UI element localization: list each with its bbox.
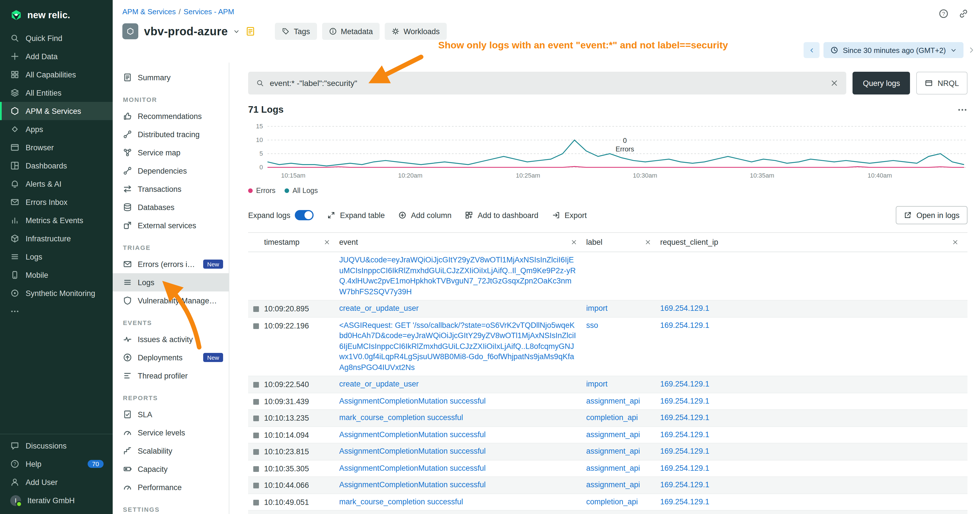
ip-link[interactable]: 169.254.129.1 [660,320,967,331]
row-checkbox[interactable] [253,306,259,312]
help-circle-icon[interactable]: ? [939,8,949,19]
sidebar-item-item[interactable] [0,302,113,320]
expand-logs-toggle[interactable]: Expand logs [248,210,314,220]
nrql-button[interactable]: NRQL [916,72,967,94]
subnav-item-issues-activity[interactable]: Issues & activity [113,330,229,349]
sidebar-item-mobile[interactable]: Mobile [0,266,113,284]
sidebar-footer-item-help[interactable]: ?Help70 [0,455,113,473]
sidebar-item-browser[interactable]: Browser [0,138,113,156]
event-link[interactable]: AssignmentCompletionMutation successful [339,480,586,490]
label-link[interactable]: assignment_api [586,480,660,490]
event-link[interactable]: mark_course_completion successful [339,413,586,423]
subnav-item-deployments[interactable]: DeploymentsNew [113,349,229,367]
sidebar-footer-item-iterativ-gmbh[interactable]: IIterativ GmbH [0,491,113,509]
event-link[interactable]: AssignmentCompletionMutation successful [339,446,586,457]
subnav-item-scalability[interactable]: Scalability [113,442,229,460]
subnav-item-capacity[interactable]: Capacity [113,460,229,478]
label-link[interactable]: completion_api [586,496,660,507]
label-link[interactable]: assignment_api [586,446,660,457]
sidebar-item-infrastructure[interactable]: Infrastructure [0,229,113,248]
row-checkbox[interactable] [253,466,259,472]
subnav-item-transactions[interactable]: Transactions [113,180,229,198]
sidebar-item-all-entities[interactable]: All Entities [0,84,113,102]
sidebar-item-metrics-events[interactable]: Metrics & Events [0,211,113,229]
favorite-star-icon[interactable] [245,26,256,37]
remove-column-icon[interactable] [324,239,330,245]
export-button[interactable]: Export [552,211,587,220]
entity-switcher-chevron-icon[interactable] [234,28,240,35]
ip-link[interactable]: 169.254.129.1 [660,413,967,423]
time-back-button[interactable] [803,42,819,58]
logs-chart[interactable]: 05101510:15am10:20am10:25am10:30am10:35a… [248,118,967,182]
row-checkbox[interactable] [253,415,259,421]
sidebar-item-apm-services[interactable]: APM & Services [0,102,113,120]
subnav-item-sla[interactable]: SLA [113,405,229,423]
brand[interactable]: new relic. [0,0,113,29]
row-checkbox[interactable] [253,382,259,388]
label-link[interactable]: assignment_api [586,463,660,474]
tags-button[interactable]: Tags [275,23,317,40]
time-forward-button[interactable] [967,46,975,54]
expand-table-button[interactable]: Expand table [328,211,385,220]
add-column-button[interactable]: Add column [398,211,452,220]
sidebar-item-quick-find[interactable]: Quick Find [0,29,113,47]
breadcrumb-link[interactable]: Services - APM [183,7,234,16]
sidebar-footer-item-add-user[interactable]: Add User [0,473,113,491]
subnav-item-service-map[interactable]: Service map [113,143,229,162]
ip-link[interactable]: 169.254.129.1 [660,430,967,440]
ip-link[interactable]: 169.254.129.1 [660,446,967,457]
permalink-icon[interactable] [958,8,969,19]
subnav-item-thread-profiler[interactable]: Thread profiler [113,367,229,385]
ip-link[interactable]: 169.254.129.1 [660,303,967,314]
ip-link[interactable]: 169.254.129.1 [660,496,967,507]
sidebar-item-apps[interactable]: Apps [0,120,113,138]
label-link[interactable]: import [586,303,660,314]
subnav-item-databases[interactable]: Databases [113,198,229,216]
row-checkbox[interactable] [253,323,259,329]
remove-column-icon[interactable] [571,239,577,245]
open-in-logs-button[interactable]: Open in logs [896,206,967,224]
sidebar-item-synthetic-monitoring[interactable]: Synthetic Monitoring [0,284,113,302]
subnav-item-external-services[interactable]: External services [113,216,229,234]
event-link[interactable]: <ASGIRequest: GET '/sso/callback/?state=… [339,320,586,373]
row-checkbox[interactable] [253,483,259,489]
subnav-item-errors-errors-inb[interactable]: Errors (errors inb...New [113,255,229,273]
event-link[interactable]: AssignmentCompletionMutation successful [339,430,586,440]
sidebar-item-all-capabilities[interactable]: All Capabilities [0,65,113,84]
legend-item-errors[interactable]: Errors [248,187,275,195]
sidebar-item-errors-inbox[interactable]: Errors Inbox [0,193,113,211]
event-link[interactable]: JUQVU&code=eyJraWQiOiJjcGItY29yZV8wOTl1M… [339,255,586,297]
subnav-item-dependencies[interactable]: Dependencies [113,162,229,180]
row-checkbox[interactable] [253,500,259,505]
breadcrumb-link[interactable]: APM & Services [123,7,176,16]
ip-link[interactable]: 169.254.129.1 [660,379,967,390]
event-link[interactable]: mark_course_completion successful [339,496,586,507]
time-range-button[interactable]: Since 30 minutes ago (GMT+2) [824,42,964,58]
subnav-item-performance[interactable]: Performance [113,478,229,496]
event-link[interactable]: create_or_update_user [339,379,586,390]
remove-column-icon[interactable] [645,239,651,245]
subnav-item-logs[interactable]: Logs [113,273,229,291]
subnav-item-recommendations[interactable]: Recommendations [113,107,229,125]
sidebar-footer-item-discussions[interactable]: Discussions [0,437,113,455]
sidebar-item-logs[interactable]: Logs [0,248,113,266]
label-link[interactable]: sso [586,320,660,331]
add-to-dashboard-button[interactable]: Add to dashboard [465,211,538,220]
subnav-item-vulnerability-management[interactable]: Vulnerability Management [113,291,229,310]
label-link[interactable]: assignment_api [586,430,660,440]
subnav-item-distributed-tracing[interactable]: Distributed tracing [113,125,229,143]
ip-link[interactable]: 169.254.129.1 [660,463,967,474]
logs-query-input[interactable]: event:* -"label":"security" [248,72,846,94]
legend-item-all-logs[interactable]: All Logs [285,187,318,195]
row-checkbox[interactable] [253,432,259,438]
subnav-item-summary[interactable]: Summary [113,68,229,86]
ip-link[interactable]: 169.254.129.1 [660,480,967,490]
more-options-icon[interactable] [957,105,967,115]
label-link[interactable]: assignment_api [586,396,660,406]
label-link[interactable]: import [586,379,660,390]
event-link[interactable]: AssignmentCompletionMutation successful [339,396,586,406]
sidebar-item-dashboards[interactable]: Dashboards [0,156,113,175]
event-link[interactable]: create_or_update_user [339,303,586,314]
clear-query-icon[interactable] [830,79,838,87]
ip-link[interactable]: 169.254.129.1 [660,396,967,406]
